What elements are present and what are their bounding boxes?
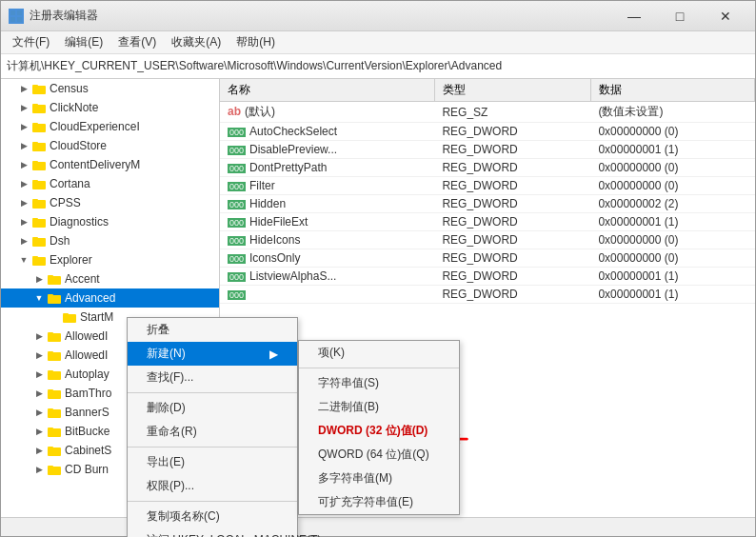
tree-label: Cortana bbox=[50, 177, 90, 190]
tree-item-dsh[interactable]: ▶ Dsh bbox=[1, 231, 219, 250]
maximize-button[interactable]: □ bbox=[658, 3, 702, 30]
table-row[interactable]: 000Hidden REG_DWORD 0x00000002 (2) bbox=[220, 195, 755, 213]
svg-rect-7 bbox=[32, 104, 38, 106]
ctx-access-local[interactable]: 访问 HKEY_LOCAL_MACHINE(T) bbox=[128, 528, 297, 537]
reg-value: 0x00000000 (0) bbox=[590, 231, 754, 249]
reg-name: 000HideFileExt bbox=[220, 213, 434, 231]
svg-rect-29 bbox=[63, 313, 69, 315]
title-bar: 注册表编辑器 — □ ✕ bbox=[1, 1, 755, 31]
reg-name: 000DontPrettyPath bbox=[220, 159, 434, 177]
ctx-copy-name[interactable]: 复制项名称(C) bbox=[128, 505, 297, 528]
table-row[interactable]: 000Filter REG_DWORD 0x00000000 (0) bbox=[220, 177, 755, 195]
table-row[interactable]: 000DontPrettyPath REG_DWORD 0x00000000 (… bbox=[220, 159, 755, 177]
tree-label: ClickNote bbox=[50, 101, 98, 114]
reg-value: 0x00000000 (0) bbox=[590, 177, 754, 195]
expand-icon: ▶ bbox=[16, 157, 31, 172]
svg-rect-32 bbox=[48, 352, 61, 361]
tree-item-clicknote[interactable]: ▶ ClickNote bbox=[1, 98, 219, 117]
folder-icon bbox=[31, 157, 47, 172]
sub-string[interactable]: 字符串值(S) bbox=[299, 371, 459, 395]
context-menu[interactable]: 折叠 新建(N) ▶ 查找(F)... 删除(D) 重命名(R) 导出(E) 权… bbox=[127, 317, 298, 537]
reg-type: REG_DWORD bbox=[434, 213, 590, 231]
tree-item-cloudexperience[interactable]: ▶ CloudExperienceI bbox=[1, 117, 219, 136]
svg-rect-21 bbox=[32, 237, 38, 239]
reg-name: 000Filter bbox=[220, 177, 434, 195]
ctx-find[interactable]: 查找(F)... bbox=[128, 366, 297, 389]
sub-qword[interactable]: QWORD (64 位)值(Q) bbox=[299, 443, 459, 467]
svg-rect-3 bbox=[17, 17, 22, 22]
tree-item-accent[interactable]: ▶ Accent bbox=[1, 269, 219, 288]
tree-item-cortana[interactable]: ▶ Cortana bbox=[1, 174, 219, 193]
ctx-rename[interactable]: 重命名(R) bbox=[128, 420, 297, 444]
svg-rect-37 bbox=[48, 389, 53, 391]
menu-favorites[interactable]: 收藏夹(A) bbox=[164, 32, 229, 52]
table-row[interactable]: ab(默认) REG_SZ (数值未设置) bbox=[220, 102, 755, 123]
reg-value: 0x00000002 (2) bbox=[590, 195, 754, 213]
menu-help[interactable]: 帮助(H) bbox=[229, 32, 283, 52]
tree-label: Accent bbox=[65, 272, 100, 286]
expand-icon: ▶ bbox=[31, 405, 47, 420]
submenu[interactable]: 项(K) 字符串值(S) 二进制值(B) DWORD (32 位)值(D) QW… bbox=[298, 340, 460, 515]
sub-key[interactable]: 项(K) bbox=[299, 341, 459, 365]
table-row[interactable]: 000HideIcons REG_DWORD 0x00000000 (0) bbox=[220, 231, 755, 249]
svg-rect-45 bbox=[48, 466, 53, 467]
svg-rect-43 bbox=[48, 447, 53, 448]
table-row[interactable]: 000 REG_DWORD 0x00000001 (1) bbox=[220, 286, 755, 304]
svg-rect-22 bbox=[32, 257, 46, 266]
folder-icon bbox=[31, 119, 47, 134]
reg-name: ab(默认) bbox=[220, 102, 434, 123]
svg-rect-42 bbox=[48, 448, 61, 456]
ctx-new[interactable]: 新建(N) ▶ bbox=[128, 342, 297, 366]
sub-multistring[interactable]: 多字符串值(M) bbox=[299, 467, 459, 490]
svg-rect-2 bbox=[10, 17, 15, 22]
sub-binary[interactable]: 二进制值(B) bbox=[299, 395, 459, 419]
tree-label: Diagnostics bbox=[50, 215, 109, 229]
menu-edit[interactable]: 编辑(E) bbox=[57, 32, 110, 52]
tree-item-explorer[interactable]: ▼ Explorer bbox=[1, 250, 219, 269]
svg-rect-4 bbox=[32, 86, 46, 94]
tree-item-diagnostics[interactable]: ▶ Diagnostics bbox=[1, 212, 219, 231]
reg-name: 000DisablePreview... bbox=[220, 141, 434, 159]
tree-item-advanced[interactable]: ▼ Advanced bbox=[1, 288, 219, 308]
address-bar: 计算机\HKEY_CURRENT_USER\Software\Microsoft… bbox=[1, 54, 755, 79]
close-button[interactable]: ✕ bbox=[704, 3, 747, 30]
sub-dword[interactable]: DWORD (32 位)值(D) bbox=[299, 419, 459, 443]
svg-rect-8 bbox=[32, 124, 46, 132]
table-row[interactable]: 000HideFileExt REG_DWORD 0x00000001 (1) bbox=[220, 213, 755, 231]
tree-item-cpss[interactable]: ▶ CPSS bbox=[1, 193, 219, 212]
tree-label: Census bbox=[50, 82, 89, 95]
expand-icon: ▶ bbox=[16, 81, 31, 96]
ctx-delete[interactable]: 删除(D) bbox=[128, 396, 297, 420]
tree-item-census[interactable]: ▶ Census bbox=[1, 79, 219, 98]
ctx-new-label: 新建(N) bbox=[147, 346, 186, 362]
svg-rect-39 bbox=[48, 408, 53, 410]
folder-icon bbox=[47, 443, 62, 458]
folder-icon bbox=[47, 328, 62, 344]
svg-rect-6 bbox=[32, 105, 46, 113]
expand-icon: ▶ bbox=[31, 271, 47, 287]
reg-name: 000HideIcons bbox=[220, 231, 434, 249]
folder-icon bbox=[47, 290, 62, 306]
tree-item-cloudstore[interactable]: ▶ CloudStore bbox=[1, 136, 219, 155]
table-row[interactable]: 000AutoCheckSelect REG_DWORD 0x00000000 … bbox=[220, 123, 755, 141]
menu-file[interactable]: 文件(F) bbox=[5, 32, 57, 52]
svg-rect-14 bbox=[32, 181, 46, 189]
tree-item-contentdelivery[interactable]: ▶ ContentDeliveryM bbox=[1, 155, 219, 174]
expand-icon: ▼ bbox=[16, 252, 31, 268]
folder-icon bbox=[31, 214, 47, 229]
ctx-permissions[interactable]: 权限(P)... bbox=[128, 474, 297, 498]
minimize-button[interactable]: — bbox=[612, 3, 656, 30]
folder-icon bbox=[47, 348, 62, 363]
folder-icon bbox=[47, 405, 62, 420]
expand-icon: ▶ bbox=[31, 348, 47, 363]
table-row[interactable]: 000IconsOnly REG_DWORD 0x00000000 (0) bbox=[220, 249, 755, 268]
expand-icon: ▶ bbox=[31, 462, 47, 477]
sub-expandstring[interactable]: 可扩充字符串值(E) bbox=[299, 490, 459, 514]
ctx-collapse[interactable]: 折叠 bbox=[128, 318, 297, 342]
table-row[interactable]: 000DisablePreview... REG_DWORD 0x0000000… bbox=[220, 141, 755, 159]
svg-rect-27 bbox=[48, 294, 53, 296]
menu-view[interactable]: 查看(V) bbox=[110, 32, 164, 52]
ctx-export[interactable]: 导出(E) bbox=[128, 450, 297, 474]
folder-icon bbox=[31, 100, 47, 115]
table-row[interactable]: 000ListviewAlphaS... REG_DWORD 0x0000000… bbox=[220, 268, 755, 286]
